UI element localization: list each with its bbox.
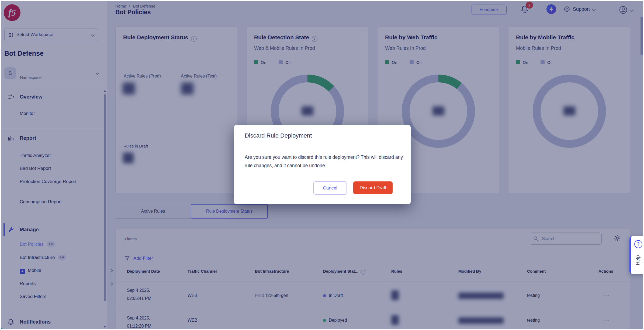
dialog-title: Discard Rule Deployment	[245, 132, 312, 139]
help-question-icon: ?	[634, 240, 642, 248]
discard-draft-button[interactable]: Discard Draft	[353, 181, 393, 194]
dialog-divider	[234, 144, 411, 144]
dialog-body-text: Are you sure you want to discard this ru…	[245, 153, 404, 170]
help-glyph: ?	[637, 242, 640, 247]
cancel-label: Cancel	[323, 185, 337, 191]
help-label: Help	[635, 254, 641, 266]
discard-draft-label: Discard Draft	[359, 185, 386, 191]
app-screen: f5 Select Workspace Bot Defense S Namesp…	[0, 0, 644, 330]
discard-rule-deployment-dialog: Discard Rule Deployment Are you sure you…	[234, 125, 411, 204]
cancel-button[interactable]: Cancel	[313, 181, 347, 195]
help-tab[interactable]: ? Help	[629, 236, 644, 274]
